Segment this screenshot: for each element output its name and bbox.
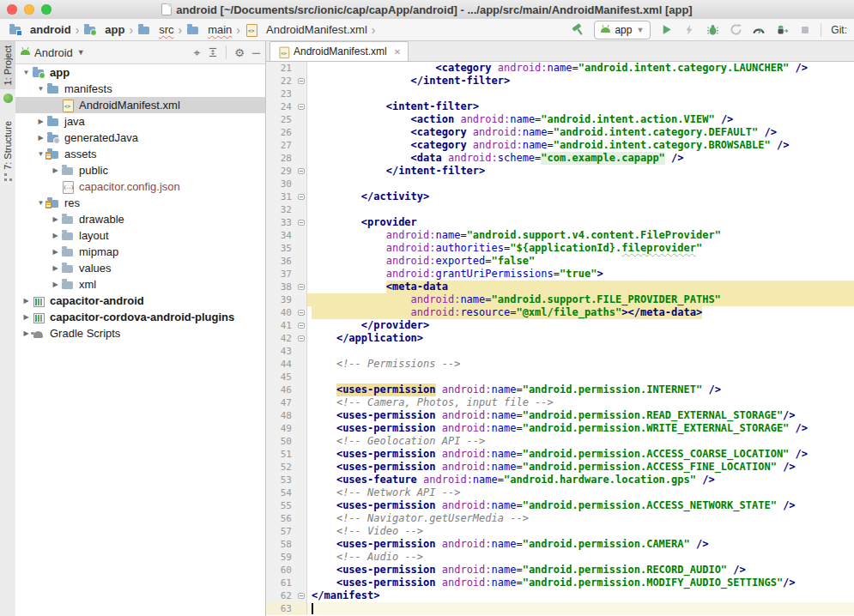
chevron-right-icon[interactable]: ▶ [21, 297, 32, 305]
minimize-window-button[interactable] [24, 4, 34, 15]
tree-item-assets[interactable]: ▼assets [15, 146, 265, 162]
run-configuration-selector[interactable]: app ▼ [594, 21, 651, 39]
apply-changes-lightning-icon[interactable] [681, 22, 697, 38]
code-text-24[interactable]: <intent-filter> [307, 100, 854, 113]
android-tool-icon[interactable] [3, 94, 13, 103]
code-text-37[interactable]: android:grantUriPermissions="true"> [307, 268, 854, 281]
code-text-51[interactable]: <uses-permission android:name="android.p… [307, 448, 854, 461]
line-number-62[interactable]: 62 [266, 589, 295, 602]
line-number-40[interactable]: 40 [266, 306, 295, 319]
code-text-21[interactable]: <category android:name="android.intent.c… [307, 62, 854, 75]
fold-marker-icon[interactable] [298, 335, 305, 341]
code-text-44[interactable]: <!-- Permissions --> [307, 358, 854, 371]
line-number-44[interactable]: 44 [266, 358, 295, 371]
code-text-46[interactable]: <uses-permission android:name="android.p… [307, 383, 854, 396]
tree-item-drawable[interactable]: ▶drawable [15, 211, 265, 227]
line-number-51[interactable]: 51 [266, 448, 295, 461]
code-text-52[interactable]: <uses-permission android:name="android.p… [307, 461, 854, 474]
fold-marker-icon[interactable] [298, 284, 305, 290]
breadcrumb-item-app[interactable]: app [82, 23, 126, 37]
chevron-right-icon[interactable]: ▶ [35, 134, 46, 142]
chevron-down-icon[interactable]: ▼ [21, 69, 32, 76]
line-number-42[interactable]: 42 [266, 332, 295, 345]
code-text-30[interactable] [307, 178, 854, 190]
line-number-56[interactable]: 56 [266, 512, 295, 525]
line-number-23[interactable]: 23 [266, 88, 295, 100]
code-text-23[interactable] [307, 88, 854, 100]
code-text-22[interactable]: </intent-filter> [307, 75, 854, 88]
code-text-32[interactable] [307, 203, 854, 216]
line-number-33[interactable]: 33 [266, 216, 295, 229]
chevron-right-icon[interactable]: ▶ [50, 215, 61, 223]
chevron-right-icon[interactable]: ▶ [50, 166, 61, 174]
fold-marker-icon[interactable] [298, 104, 305, 110]
zoom-window-button[interactable] [41, 4, 51, 15]
code-text-36[interactable]: android:exported="false" [307, 255, 854, 268]
code-text-55[interactable]: <uses-permission android:name="android.p… [307, 499, 854, 512]
fold-marker-icon[interactable] [298, 220, 305, 226]
line-number-31[interactable]: 31 [266, 190, 295, 203]
code-text-43[interactable] [307, 345, 854, 358]
code-editor[interactable]: 21 <category android:name="android.inten… [266, 62, 854, 616]
git-label[interactable]: Git: [829, 24, 847, 36]
tree-item-public[interactable]: ▶public [15, 162, 265, 178]
debug-bug-icon[interactable] [705, 22, 720, 38]
code-text-35[interactable]: android:authorities="${applicationId}.fi… [307, 242, 854, 255]
line-number-32[interactable]: 32 [266, 203, 295, 216]
line-number-63[interactable]: 63 [266, 602, 295, 615]
line-number-36[interactable]: 36 [266, 255, 295, 268]
fold-marker-icon[interactable] [298, 78, 305, 84]
run-button[interactable] [658, 22, 674, 38]
chevron-right-icon[interactable]: ▶ [50, 248, 61, 256]
collapse-all-icon[interactable] [208, 47, 218, 57]
line-number-47[interactable]: 47 [266, 396, 295, 409]
code-text-49[interactable]: <uses-permission android:name="android.p… [307, 422, 854, 435]
tree-item-manifests[interactable]: ▼manifests [15, 81, 265, 97]
code-text-45[interactable] [307, 371, 854, 383]
editor-tab-androidmanifest[interactable]: AndroidManifest.xml ✕ [270, 41, 409, 61]
line-number-26[interactable]: 26 [266, 126, 295, 139]
line-number-25[interactable]: 25 [266, 113, 295, 126]
chevron-right-icon[interactable]: ▶ [35, 118, 46, 125]
code-text-48[interactable]: <uses-permission android:name="android.p… [307, 409, 854, 422]
chevron-right-icon[interactable]: ▶ [50, 281, 61, 288]
line-number-35[interactable]: 35 [266, 242, 295, 255]
code-text-25[interactable]: <action android:name="android.intent.act… [307, 113, 854, 126]
line-number-50[interactable]: 50 [266, 435, 295, 448]
line-number-27[interactable]: 27 [266, 139, 295, 152]
hide-panel-icon[interactable]: ─ [252, 47, 260, 58]
tree-item-gradle-scripts[interactable]: ▶Gradle Scripts [15, 325, 265, 341]
fold-marker-icon[interactable] [298, 194, 305, 200]
line-number-59[interactable]: 59 [266, 551, 295, 564]
line-number-52[interactable]: 52 [266, 461, 295, 474]
line-number-28[interactable]: 28 [266, 152, 295, 165]
code-text-26[interactable]: <category android:name="android.intent.c… [307, 126, 854, 139]
line-number-41[interactable]: 41 [266, 319, 295, 332]
line-number-24[interactable]: 24 [266, 100, 295, 113]
code-text-40[interactable]: android:resource="@xml/file_paths"></met… [307, 306, 854, 319]
code-text-31[interactable]: </activity> [307, 190, 854, 203]
code-text-62[interactable]: </manifest> [307, 589, 854, 602]
chevron-right-icon[interactable]: ▶ [21, 313, 32, 321]
line-number-57[interactable]: 57 [266, 525, 295, 538]
code-text-41[interactable]: </provider> [307, 319, 854, 332]
code-text-56[interactable]: <!-- Navigator.getUserMedia --> [307, 512, 854, 525]
code-text-63[interactable] [307, 602, 854, 615]
line-number-60[interactable]: 60 [266, 564, 295, 577]
code-text-33[interactable]: <provider [307, 216, 854, 229]
code-text-38[interactable]: <meta-data [307, 281, 854, 293]
tree-item-generatedjava[interactable]: ▶generatedJava [15, 130, 265, 146]
code-text-50[interactable]: <!-- Geolocation API --> [307, 435, 854, 448]
fold-marker-icon[interactable] [298, 593, 305, 599]
tree-item-xml[interactable]: ▶xml [15, 276, 265, 293]
line-number-48[interactable]: 48 [266, 409, 295, 422]
rerun-gray-icon[interactable] [728, 22, 743, 38]
code-text-53[interactable]: <uses-feature android:name="android.hard… [307, 474, 854, 486]
code-text-39[interactable]: android:name="android.support.FILE_PROVI… [307, 293, 854, 306]
line-number-58[interactable]: 58 [266, 538, 295, 551]
locate-target-icon[interactable]: ⌖ [194, 47, 200, 58]
code-text-54[interactable]: <!-- Network API --> [307, 486, 854, 499]
tree-item-java[interactable]: ▶java [15, 113, 265, 130]
tool-window-tab-project[interactable]: 1: Project [0, 41, 15, 89]
line-number-61[interactable]: 61 [266, 577, 295, 589]
